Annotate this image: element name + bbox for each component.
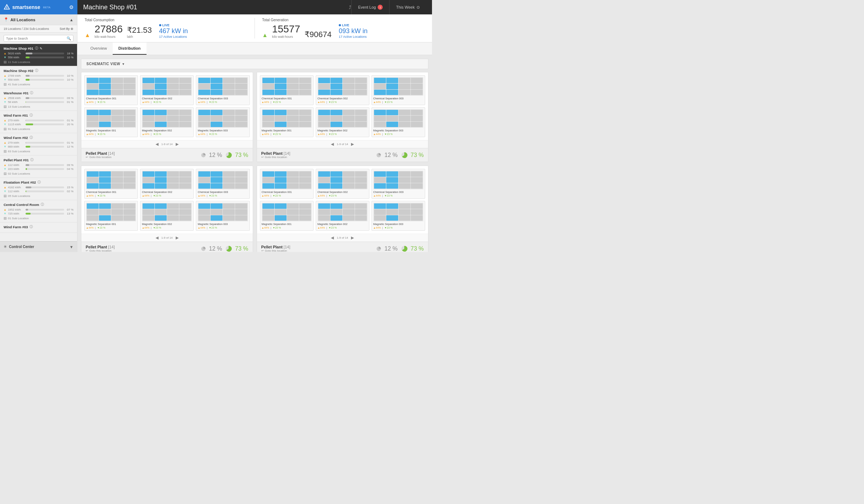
plant-goto-3[interactable]: ↩ Goto this location (261, 249, 291, 252)
cell-blue (275, 122, 287, 127)
plant-section-0: Chemical Separation 001▲44% | ▼23 %Chemi… (81, 72, 253, 162)
plant-goto-0[interactable]: ↩ Goto this location (86, 156, 115, 159)
logo-area: smartsense BETA ⚙ (0, 0, 77, 14)
machine-card-1[interactable]: Chemical Separation 002▲44% | ▼23 % (140, 75, 194, 105)
prev-arrow-3[interactable]: ◀ (331, 235, 334, 240)
cons-value-1: 2789 kWh (8, 74, 24, 77)
cell-blue (211, 177, 222, 183)
main-panel[interactable]: SCHEMATIC VIEW ▾ Chemical Separation 001… (77, 55, 432, 252)
machine-card-3[interactable]: Magnetic Separation 001▲44% | ▼23 % (260, 201, 314, 231)
sidebar-item-5[interactable]: Pellet Plant #01 ⓘ ▲ 112 kWh 09 % ▼ 223 … (0, 156, 77, 178)
machine-card-1[interactable]: Chemical Separation 002▲44% | ▼23 % (316, 169, 369, 199)
gen-bar-fill-6 (26, 190, 26, 192)
sidebar-item-4[interactable]: Wind Farm #02 ⓘ ▲ 279 kWh 01 % ▼ 669 kWh… (0, 133, 77, 156)
machine-card-0[interactable]: Chemical Separation 001▲44% | ▼23 % (260, 169, 314, 199)
cell-blue (386, 84, 398, 89)
machine-card-4[interactable]: Magnetic Separation 002▲44% | ▼23 % (140, 201, 194, 231)
cell-blue (330, 90, 342, 95)
next-arrow-2[interactable]: ▶ (176, 235, 179, 240)
cell-gray (198, 116, 210, 121)
gen-icon-5: ▼ (4, 167, 6, 171)
sub-icon-5: ▤ (4, 172, 7, 175)
cons-pct-6: 15 % (66, 186, 73, 189)
sidebar-footer: ✳ Control Center ▼ (0, 241, 77, 252)
cell-gray (343, 215, 355, 221)
cons-row-0: ▲ 5020 kWh 18 % (4, 52, 73, 55)
sidebar-item-8[interactable]: Wind Farm #03 ⓘ (0, 222, 77, 233)
gear-icon[interactable]: ⚙ (69, 4, 74, 10)
cell-gray (299, 215, 311, 221)
cell-gray (287, 171, 299, 177)
machine-card-3[interactable]: Magnetic Separation 001▲44% | ▼23 % (84, 107, 138, 137)
event-log-button[interactable]: Event Log 1 (351, 0, 390, 14)
machine-card-1[interactable]: Chemical Separation 002▲44% | ▼23 % (316, 75, 369, 105)
cell-gray (411, 122, 423, 127)
machine-card-2[interactable]: Chemical Separation 003▲44% | ▼23 % (196, 75, 249, 105)
info-icon-8: ⓘ (30, 225, 33, 229)
this-week-button[interactable]: This Week ⊙ (389, 0, 426, 14)
machine-stats-3: ▲44% | ▼23 % (86, 133, 136, 135)
machine-card-4[interactable]: Magnetic Separation 002▲44% | ▼23 % (316, 107, 369, 137)
sidebar-item-3[interactable]: Wind Farm #01 ⓘ ▲ 279 kWh 01 % ▼ 1115 kW… (0, 111, 77, 133)
prev-arrow-1[interactable]: ◀ (331, 142, 334, 147)
gen-icon-2: ▼ (4, 100, 6, 104)
next-arrow-1[interactable]: ▶ (351, 142, 354, 147)
machine-visual (142, 109, 192, 128)
machine-card-4[interactable]: Magnetic Separation 002▲44% | ▼23 % (316, 201, 369, 231)
cell-blue (87, 90, 99, 95)
cell-blue (211, 183, 222, 189)
prev-arrow-0[interactable]: ◀ (156, 142, 158, 147)
machine-card-5[interactable]: Magnetic Separation 003▲44% | ▼23 % (372, 201, 425, 231)
cell-blue (143, 183, 154, 189)
machine-card-5[interactable]: Magnetic Separation 003▲44% | ▼23 % (196, 201, 249, 231)
sidebar-item-7[interactable]: Central Control Room ⓘ ▲ 1952 kWh 07 % ▼… (0, 200, 77, 222)
gen-bar-fill-1 (26, 79, 30, 81)
cell-blue (155, 203, 167, 209)
cons-pct-2: 09 % (66, 96, 73, 100)
machine-card-0[interactable]: Chemical Separation 001▲44% | ▼23 % (84, 75, 138, 105)
sidebar-item-6[interactable]: Floatation Plant #02 ⓘ ▲ 4182 kWh 15 % ▼… (0, 178, 77, 200)
next-arrow-3[interactable]: ▶ (351, 235, 354, 240)
machine-card-5[interactable]: Magnetic Separation 003▲44% | ▼23 % (372, 107, 425, 137)
sub-icon-0: ▤ (4, 60, 7, 64)
chevron-up-icon[interactable]: ▲ (69, 18, 73, 22)
sidebar-item-0[interactable]: Machine Shop #01 ⓘ ✎ ▲ 5020 kWh 18 % ▼ 5… (0, 44, 77, 66)
sidebar-meta: 19 Locations / 234 Sub-Locations Sort By… (0, 25, 77, 33)
machine-card-3[interactable]: Magnetic Separation 001▲44% | ▼23 % (260, 107, 314, 137)
next-arrow-0[interactable]: ▶ (176, 142, 179, 147)
machine-visual (198, 203, 248, 221)
machine-name-4: Magnetic Separation 002 (142, 129, 192, 132)
tab-distribution[interactable]: Distribution (113, 42, 147, 55)
prev-arrow-2[interactable]: ◀ (156, 235, 158, 240)
machine-stats-4: ▲44% | ▼23 % (142, 133, 192, 135)
sidebar-item-1[interactable]: Machine Shop #02 ⓘ ▲ 2789 kWh 10 % ▼ 558… (0, 66, 77, 89)
machine-card-1[interactable]: Chemical Separation 002▲44% | ▼23 % (140, 169, 194, 199)
machine-card-2[interactable]: Chemical Separation 003▲44% | ▼23 % (372, 169, 425, 199)
search-input[interactable] (6, 37, 67, 40)
plant-goto-1[interactable]: ↩ Goto this location (261, 156, 291, 159)
share-icon[interactable]: ⤴ (349, 5, 351, 10)
down-arrow-icon[interactable]: ▼ (69, 245, 73, 249)
sort-button[interactable]: Sort By ⊕ (60, 27, 73, 31)
machine-visual (318, 203, 368, 221)
ms-up-4: ▲44% (318, 226, 325, 229)
machine-card-0[interactable]: Chemical Separation 001▲44% | ▼23 % (84, 169, 138, 199)
machine-card-5[interactable]: Magnetic Separation 003▲44% | ▼23 % (196, 107, 249, 137)
tab-overview[interactable]: Overview (85, 42, 113, 55)
cons-row-5: ▲ 112 kWh 09 % (4, 163, 73, 167)
machine-card-2[interactable]: Chemical Separation 003▲44% | ▼23 % (372, 75, 425, 105)
sidebar-item-2[interactable]: Warehouse #01 ⓘ ▲ 2508 kWh 09 % ▼ 58 kWh… (0, 89, 77, 111)
cell-gray (399, 203, 410, 209)
machine-card-2[interactable]: Chemical Separation 003▲44% | ▼23 % (196, 169, 249, 199)
pie-gray-3 (376, 246, 382, 252)
machine-card-3[interactable]: Magnetic Separation 001▲44% | ▼23 % (84, 201, 138, 231)
plant-metrics-3: 12 % 73 % (376, 245, 424, 252)
edit-icon-0[interactable]: ✎ (40, 47, 42, 50)
machine-visual (262, 203, 312, 221)
cons-value-5: 112 kWh (8, 163, 24, 167)
machine-card-0[interactable]: Chemical Separation 001▲44% | ▼23 % (260, 75, 314, 105)
plant-goto-2[interactable]: ↩ Goto this location (86, 249, 115, 252)
schematic-dropdown-icon[interactable]: ▾ (122, 62, 124, 66)
machine-card-4[interactable]: Magnetic Separation 002▲44% | ▼23 % (140, 107, 194, 137)
cell-blue (330, 122, 342, 127)
